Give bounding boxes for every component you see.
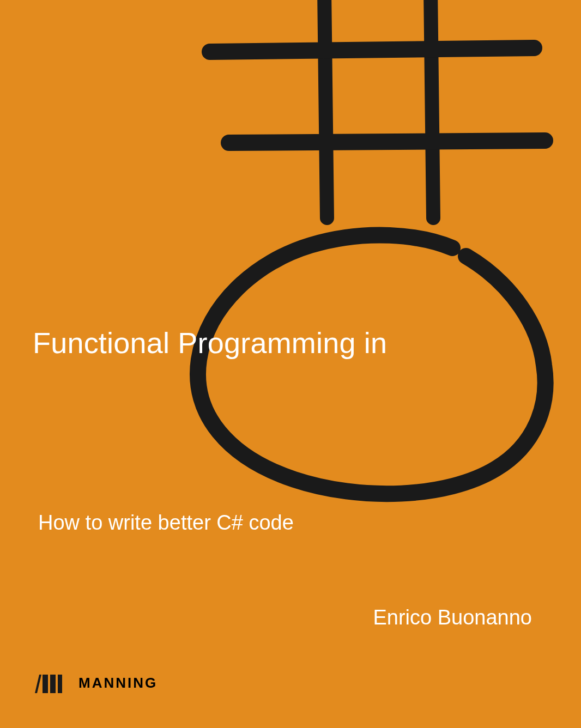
svg-rect-0 (43, 675, 48, 693)
manning-logo-icon (34, 671, 71, 694)
book-title: Functional Programming in (33, 326, 387, 360)
publisher-block: MANNING (34, 671, 158, 694)
publisher-name: MANNING (78, 675, 158, 691)
svg-rect-2 (58, 675, 62, 693)
book-subtitle: How to write better C# code (38, 511, 294, 535)
author-name: Enrico Buonanno (373, 606, 532, 629)
svg-rect-1 (50, 675, 56, 693)
